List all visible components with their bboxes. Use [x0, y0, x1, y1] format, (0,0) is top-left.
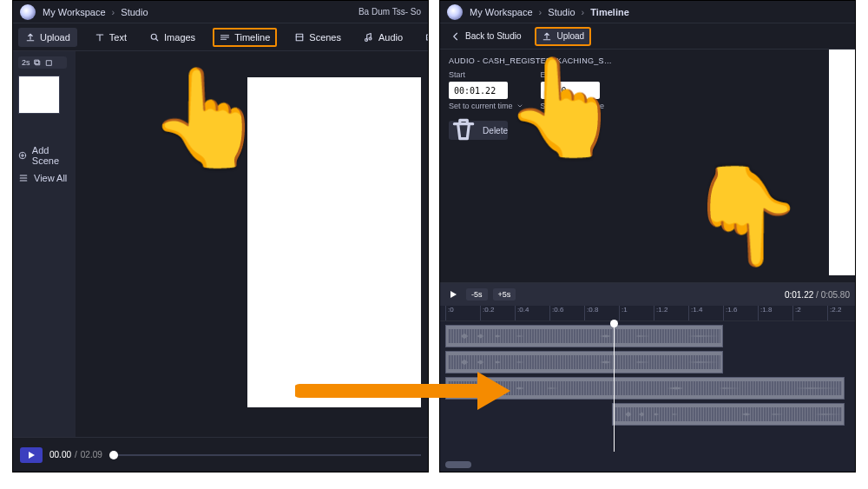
svg-rect-10 — [35, 60, 39, 64]
timeline-time-readout: 0:01.22 / 0:05.80 — [785, 290, 850, 300]
svg-rect-9 — [36, 61, 40, 65]
jump-forward-button[interactable]: +5s — [493, 288, 516, 301]
audio-clip[interactable] — [612, 403, 845, 426]
seek-track[interactable] — [109, 454, 421, 456]
subtitles-icon — [425, 32, 429, 43]
clip-title: AUDIO - CASH_REGISTER_KACHING_SOUND… — [449, 56, 614, 65]
studio-toolbar: Upload Text Images Timeline Scenes Audio — [13, 23, 428, 51]
back-to-studio-button[interactable]: Back to Studio — [445, 28, 526, 45]
breadcrumb[interactable]: My Workspace › Studio › Timeline — [470, 7, 629, 17]
seek-knob[interactable] — [109, 451, 118, 459]
view-all-button[interactable]: View All — [18, 173, 70, 183]
timeline-topbar: Back to Studio Upload — [440, 23, 855, 50]
set-start-current-button[interactable]: Set to current time — [449, 102, 523, 110]
chevron-left-icon — [450, 31, 461, 42]
preview-page — [829, 50, 855, 275]
chevron-down-icon — [516, 102, 523, 109]
audio-icon — [364, 32, 374, 43]
start-label: Start — [449, 70, 523, 79]
plus-circle-icon — [18, 150, 27, 161]
copy-icon[interactable] — [34, 59, 42, 67]
ruler-tick: :2.2 — [827, 306, 841, 320]
ruler-tick: :1.8 — [758, 306, 772, 320]
ruler-tick: :0.2 — [480, 306, 494, 320]
timeline-button[interactable]: Timeline — [213, 28, 277, 47]
timeline-preview[interactable] — [622, 50, 855, 284]
svg-rect-4 — [427, 35, 429, 40]
images-button[interactable]: Images — [144, 29, 201, 46]
subtitles-button[interactable]: Subtitles — [420, 29, 429, 46]
start-time-input[interactable] — [449, 82, 508, 99]
playback-time: 00.00 / 02.09 — [49, 450, 102, 459]
clip-properties-panel: AUDIO - CASH_REGISTER_KACHING_SOUND… Sta… — [440, 50, 622, 284]
add-scene-button[interactable]: Add Scene — [18, 145, 70, 166]
ruler-tick: :0 — [445, 306, 454, 320]
timeline-ruler[interactable]: :0:0.2:0.4:0.6:0.8:1:1.2:1.4:1.6:1.8:2:2… — [440, 306, 855, 321]
breadcrumb-sep: › — [112, 7, 115, 17]
audio-clip[interactable] — [445, 325, 723, 347]
svg-rect-11 — [46, 60, 51, 65]
arrow-annotation-icon — [295, 365, 512, 417]
titlebar: My Workspace › Studio Ba Dum Tss- So — [13, 1, 428, 23]
titlebar: My Workspace › Studio › Timeline — [440, 1, 855, 23]
svg-rect-1 — [297, 34, 304, 41]
jump-back-button[interactable]: -5s — [466, 288, 488, 301]
end-time-input[interactable] — [541, 82, 600, 99]
svg-point-3 — [369, 37, 372, 40]
play-button[interactable] — [20, 447, 43, 463]
app-logo-icon — [20, 4, 36, 20]
duplicate-icon[interactable] — [45, 59, 53, 67]
ruler-tick: :1 — [619, 306, 628, 320]
timeline-icon — [220, 32, 230, 43]
text-button[interactable]: Text — [89, 29, 132, 46]
playhead-grip[interactable] — [610, 320, 618, 327]
search-icon — [149, 32, 160, 43]
scenes-button[interactable]: Scenes — [289, 29, 346, 46]
app-logo-icon — [447, 4, 463, 20]
upload-button[interactable]: Upload — [18, 28, 77, 47]
scenes-sidebar: 2s Add Scene View All — [13, 51, 76, 472]
breadcrumb[interactable]: My Workspace › Studio — [43, 7, 148, 17]
timeline-toolbar: -5s +5s 0:01.22 / 0:05.80 — [440, 283, 855, 306]
upload-icon — [25, 32, 36, 43]
trash-icon — [449, 115, 478, 146]
text-icon — [95, 32, 105, 43]
ruler-tick: :0.8 — [584, 306, 598, 320]
play-icon — [29, 452, 35, 459]
ruler-tick: :1.4 — [688, 306, 702, 320]
ruler-tick: :0.6 — [549, 306, 563, 320]
playhead[interactable] — [614, 321, 615, 452]
canvas-page[interactable] — [247, 77, 421, 407]
timeline-scrollbar-thumb[interactable] — [445, 461, 471, 468]
scenes-icon — [294, 32, 305, 43]
set-end-current-button[interactable]: Set to current time — [541, 102, 605, 110]
breadcrumb-studio[interactable]: Studio — [121, 7, 148, 17]
ruler-tick: :2 — [792, 306, 801, 320]
scene-thumbnail[interactable] — [18, 76, 60, 114]
ruler-tick: :1.6 — [723, 306, 737, 320]
upload-button[interactable]: Upload — [535, 27, 591, 46]
breadcrumb-workspace[interactable]: My Workspace — [43, 7, 106, 17]
delete-clip-button[interactable]: Delete — [449, 121, 508, 140]
scene-duration-chip[interactable]: 2s — [18, 56, 67, 69]
audio-button[interactable]: Audio — [358, 29, 408, 46]
timeline-play-button[interactable] — [445, 287, 461, 301]
svg-point-2 — [365, 38, 368, 41]
playback-footer: 00.00 / 02.09 — [13, 437, 428, 472]
ruler-tick: :0.4 — [515, 306, 529, 320]
upload-icon — [542, 31, 552, 42]
ruler-tick: :1.2 — [654, 306, 667, 320]
project-title[interactable]: Ba Dum Tss- So — [358, 7, 421, 17]
play-icon — [450, 291, 457, 298]
upload-label: Upload — [40, 32, 70, 43]
end-label: End — [541, 70, 605, 79]
list-icon — [18, 173, 29, 183]
